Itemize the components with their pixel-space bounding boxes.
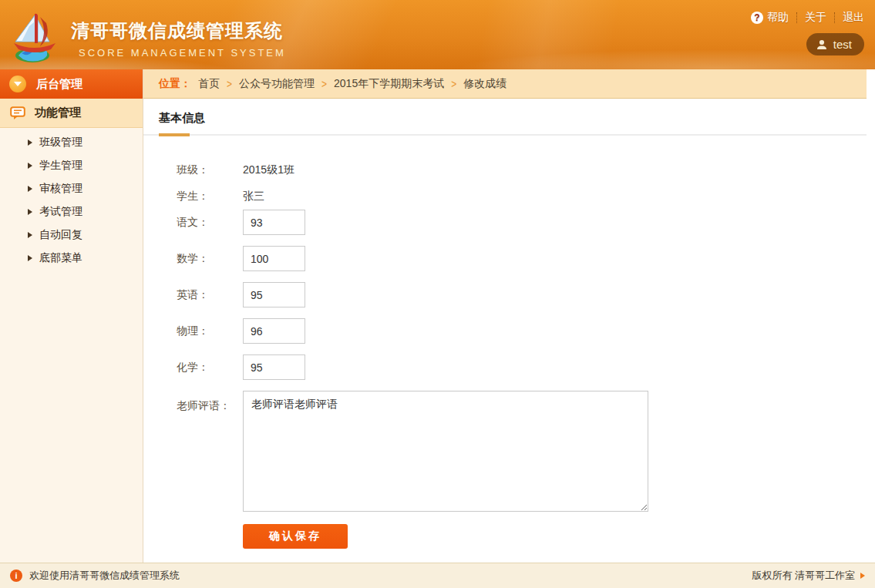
tab-bar: 基本信息 — [143, 99, 867, 136]
sidebar-item-auto-reply[interactable]: 自动回复 — [0, 223, 143, 247]
menu-item-label: 底部菜单 — [39, 251, 82, 265]
physics-score-row: 物理： — [177, 318, 875, 344]
footer-copyright-text: 版权所有 清哥哥工作室 — [752, 569, 855, 583]
breadcrumb-exam[interactable]: 2015年下学期期末考试 — [334, 77, 444, 91]
triangle-right-icon — [28, 232, 32, 238]
app-logo-sailboat-icon — [6, 11, 65, 65]
logout-link[interactable]: 退出 — [843, 11, 864, 25]
page-footer: i 欢迎使用清哥哥微信成绩管理系统 版权所有 清哥哥工作室 — [0, 563, 875, 588]
physics-score-input[interactable] — [243, 318, 305, 344]
footer-welcome-text: 欢迎使用清哥哥微信成绩管理系统 — [29, 569, 180, 583]
physics-label: 物理： — [177, 324, 243, 338]
sidebar: 后台管理 功能管理 班级管理 学生管理 审核管理 — [0, 69, 143, 563]
teacher-comment-textarea[interactable]: 老师评语老师评语 — [243, 391, 648, 512]
chemistry-score-row: 化学： — [177, 354, 875, 380]
student-row: 学生： 张三 — [177, 183, 875, 210]
current-user-name: test — [833, 38, 852, 51]
triangle-right-icon — [28, 255, 32, 261]
help-icon: ? — [751, 12, 763, 24]
chemistry-label: 化学： — [177, 361, 243, 375]
chat-bubble-icon — [10, 106, 25, 120]
about-label: 关于 — [805, 11, 826, 25]
sidebar-header-backend-management[interactable]: 后台管理 — [0, 69, 143, 99]
class-label: 班级： — [177, 163, 243, 177]
about-link[interactable]: 关于 — [805, 11, 826, 25]
sidebar-section-label: 功能管理 — [35, 106, 81, 120]
confirm-save-button[interactable]: 确认保存 — [243, 524, 348, 549]
breadcrumb-official-account[interactable]: 公众号功能管理 — [239, 77, 315, 91]
student-label: 学生： — [177, 190, 243, 203]
math-label: 数学： — [177, 252, 243, 266]
breadcrumb-edit-score[interactable]: 修改成绩 — [463, 77, 506, 91]
help-label: 帮助 — [767, 11, 789, 25]
math-score-row: 数学： — [177, 246, 875, 271]
english-score-row: 英语： — [177, 282, 875, 307]
math-score-input[interactable] — [243, 246, 305, 271]
main-content: 位置： 首页 > 公众号功能管理 > 2015年下学期期末考试 > 修改成绩 基… — [143, 69, 875, 563]
tab-basic-info[interactable]: 基本信息 — [159, 111, 190, 136]
chinese-label: 语文： — [177, 216, 243, 230]
breadcrumb-home[interactable]: 首页 — [198, 77, 220, 91]
app-title: 清哥哥微信成绩管理系统 — [71, 18, 286, 43]
class-row: 班级： 2015级1班 — [177, 157, 875, 183]
app-subtitle: SCORE MANAGEMENT SYSTEM — [71, 47, 286, 59]
divider — [796, 12, 797, 23]
user-icon — [816, 39, 827, 50]
sidebar-section-function-management[interactable]: 功能管理 — [0, 99, 143, 128]
sidebar-header-label: 后台管理 — [36, 77, 82, 92]
chinese-score-input[interactable] — [243, 210, 305, 235]
logout-label: 退出 — [843, 11, 864, 25]
footer-welcome: i 欢迎使用清哥哥微信成绩管理系统 — [10, 569, 180, 583]
menu-item-label: 自动回复 — [39, 228, 82, 242]
footer-copyright[interactable]: 版权所有 清哥哥工作室 — [752, 569, 865, 583]
breadcrumb-prefix: 位置： — [159, 77, 191, 91]
collapse-toggle-icon[interactable] — [9, 76, 26, 92]
sidebar-item-student-management[interactable]: 学生管理 — [0, 154, 143, 177]
divider — [834, 12, 835, 23]
triangle-right-icon — [28, 163, 32, 169]
breadcrumb: 位置： 首页 > 公众号功能管理 > 2015年下学期期末考试 > 修改成绩 — [143, 69, 867, 99]
menu-item-label: 考试管理 — [39, 205, 82, 219]
score-edit-form: 班级： 2015级1班 学生： 张三 语文： 数学： 英语： 物理： — [143, 136, 875, 549]
triangle-right-icon — [28, 139, 32, 146]
triangle-right-icon — [860, 573, 865, 579]
sidebar-item-review-management[interactable]: 审核管理 — [0, 177, 143, 200]
breadcrumb-separator-icon: > — [321, 77, 327, 89]
student-value: 张三 — [243, 190, 264, 203]
teacher-comment-row: 老师评语： 老师评语老师评语 — [177, 391, 875, 512]
title-block: 清哥哥微信成绩管理系统 SCORE MANAGEMENT SYSTEM — [71, 11, 286, 59]
sidebar-item-bottom-menu[interactable]: 底部菜单 — [0, 247, 143, 270]
teacher-comment-label: 老师评语： — [177, 391, 243, 413]
sidebar-item-class-management[interactable]: 班级管理 — [0, 131, 143, 154]
english-score-input[interactable] — [243, 282, 305, 307]
menu-item-label: 审核管理 — [39, 182, 82, 196]
top-links: ? 帮助 关于 退出 — [751, 11, 864, 25]
help-link[interactable]: ? 帮助 — [751, 11, 789, 25]
sidebar-menu: 班级管理 学生管理 审核管理 考试管理 自动回复 底部菜单 — [0, 128, 143, 270]
chevron-down-icon — [14, 82, 22, 86]
menu-item-label: 学生管理 — [39, 159, 82, 173]
triangle-right-icon — [28, 186, 32, 192]
header-right: ? 帮助 关于 退出 test — [751, 11, 864, 55]
page-body: 后台管理 功能管理 班级管理 学生管理 审核管理 — [0, 69, 875, 563]
class-value: 2015级1班 — [243, 163, 294, 177]
menu-item-label: 班级管理 — [39, 136, 82, 150]
info-icon: i — [10, 570, 22, 582]
logo-area: 清哥哥微信成绩管理系统 SCORE MANAGEMENT SYSTEM — [0, 0, 286, 69]
chemistry-score-input[interactable] — [243, 354, 305, 380]
current-user-pill[interactable]: test — [806, 33, 864, 55]
triangle-right-icon — [28, 209, 32, 215]
breadcrumb-separator-icon: > — [227, 77, 232, 89]
app-header: 清哥哥微信成绩管理系统 SCORE MANAGEMENT SYSTEM ? 帮助… — [0, 0, 875, 69]
chinese-score-row: 语文： — [177, 210, 875, 235]
sidebar-item-exam-management[interactable]: 考试管理 — [0, 200, 143, 223]
breadcrumb-separator-icon: > — [451, 77, 456, 89]
english-label: 英语： — [177, 288, 243, 302]
